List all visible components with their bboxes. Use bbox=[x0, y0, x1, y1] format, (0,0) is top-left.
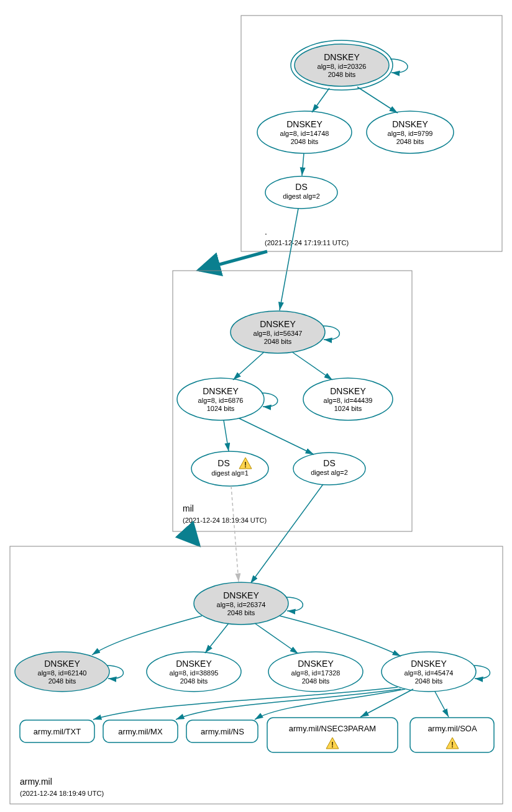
svg-text:army.mil/TXT: army.mil/TXT bbox=[34, 727, 81, 736]
svg-text:DNSKEY: DNSKEY bbox=[260, 319, 296, 329]
svg-text:DNSKEY: DNSKEY bbox=[324, 52, 360, 62]
root-ds: DS digest alg=2 bbox=[265, 176, 337, 209]
svg-text:2048 bits: 2048 bits bbox=[227, 609, 255, 616]
svg-text:DNSKEY: DNSKEY bbox=[176, 659, 212, 669]
rr-nsec3param: army.mil/NSEC3PARAM bbox=[267, 718, 398, 752]
svg-text:2048 bits: 2048 bits bbox=[48, 677, 76, 685]
rr-mx: army.mil/MX bbox=[103, 720, 178, 742]
svg-text:2048 bits: 2048 bits bbox=[302, 677, 330, 685]
svg-text:alg=8, id=44439: alg=8, id=44439 bbox=[324, 397, 373, 404]
svg-text:alg=8, id=45474: alg=8, id=45474 bbox=[405, 669, 454, 677]
svg-text:2048 bits: 2048 bits bbox=[180, 677, 208, 685]
zone-army-label: army.mil bbox=[20, 777, 52, 787]
zone-army-time: (2021-12-24 18:19:49 UTC) bbox=[20, 790, 104, 797]
rr-txt: army.mil/TXT bbox=[20, 720, 94, 742]
svg-text:army.mil/SOA: army.mil/SOA bbox=[427, 724, 477, 733]
army-ksk: DNSKEY alg=8, id=26374 2048 bits bbox=[194, 582, 288, 625]
svg-text:army.mil/MX: army.mil/MX bbox=[118, 727, 163, 736]
ds-root-to-mil-ksk bbox=[280, 209, 298, 310]
root-zsk1: DNSKEY alg=8, id=14748 2048 bits bbox=[257, 111, 352, 153]
rr-ns: army.mil/NS bbox=[186, 720, 258, 742]
zone-mil-label: mil bbox=[183, 503, 194, 513]
svg-text:2048 bits: 2048 bits bbox=[291, 138, 319, 145]
zone-root-label: . bbox=[265, 227, 267, 237]
svg-text:DS: DS bbox=[323, 458, 335, 468]
root-zsk2: DNSKEY alg=8, id=9799 2048 bits bbox=[367, 111, 454, 153]
svg-text:alg=8, id=6876: alg=8, id=6876 bbox=[198, 397, 244, 404]
mil-zsk1: DNSKEY alg=8, id=6876 1024 bits bbox=[177, 378, 264, 420]
zone-root-time: (2021-12-24 17:19:11 UTC) bbox=[265, 239, 349, 246]
svg-text:alg=8, id=9799: alg=8, id=9799 bbox=[388, 130, 433, 137]
svg-text:DNSKEY: DNSKEY bbox=[223, 590, 259, 600]
svg-text:1024 bits: 1024 bits bbox=[334, 405, 362, 412]
svg-text:alg=8, id=26374: alg=8, id=26374 bbox=[217, 601, 266, 608]
svg-text:army.mil/NS: army.mil/NS bbox=[201, 727, 244, 736]
svg-text:2048 bits: 2048 bits bbox=[415, 677, 443, 685]
zone-mil-time: (2021-12-24 18:19:34 UTC) bbox=[183, 517, 267, 524]
ds1-mil-to-army-ksk bbox=[231, 486, 239, 582]
dnssec-diagram: ! . (2021-12-24 17:19:11 UTC) DNSKEY alg… bbox=[0, 0, 512, 812]
svg-text:DNSKEY: DNSKEY bbox=[286, 119, 322, 129]
svg-text:DNSKEY: DNSKEY bbox=[392, 119, 428, 129]
svg-text:digest alg=2: digest alg=2 bbox=[311, 469, 348, 476]
svg-text:2048 bits: 2048 bits bbox=[396, 138, 424, 145]
mil-ds2: DS digest alg=2 bbox=[293, 453, 365, 485]
svg-text:DNSKEY: DNSKEY bbox=[44, 659, 80, 669]
mil-zsk2: DNSKEY alg=8, id=44439 1024 bits bbox=[303, 378, 393, 420]
svg-text:1024 bits: 1024 bits bbox=[207, 405, 235, 412]
deleg-root-to-mil bbox=[199, 251, 267, 270]
mil-ksk: DNSKEY alg=8, id=56347 2048 bits bbox=[231, 311, 325, 353]
ds2-mil-to-army-ksk bbox=[250, 484, 323, 584]
svg-text:DNSKEY: DNSKEY bbox=[203, 386, 239, 396]
army-k3: DNSKEY alg=8, id=17328 2048 bits bbox=[268, 652, 363, 692]
svg-text:DS: DS bbox=[217, 458, 229, 468]
root-ksk: DNSKEY alg=8, id=20326 2048 bits bbox=[291, 40, 393, 90]
svg-text:DNSKEY: DNSKEY bbox=[298, 659, 334, 669]
svg-text:army.mil/NSEC3PARAM: army.mil/NSEC3PARAM bbox=[289, 724, 376, 733]
svg-text:DNSKEY: DNSKEY bbox=[411, 659, 447, 669]
svg-text:alg=8, id=14748: alg=8, id=14748 bbox=[280, 130, 329, 137]
svg-text:alg=8, id=38895: alg=8, id=38895 bbox=[170, 669, 219, 677]
svg-text:alg=8, id=56347: alg=8, id=56347 bbox=[254, 330, 303, 337]
zone-army: army.mil (2021-12-24 18:19:49 UTC) DNSKE… bbox=[10, 546, 503, 804]
deleg-mil-to-army bbox=[186, 531, 199, 545]
army-k2: DNSKEY alg=8, id=38895 2048 bits bbox=[147, 652, 241, 692]
army-k4: DNSKEY alg=8, id=45474 2048 bits bbox=[382, 652, 476, 692]
svg-text:2048 bits: 2048 bits bbox=[264, 338, 292, 345]
svg-text:2048 bits: 2048 bits bbox=[328, 71, 356, 78]
svg-text:digest alg=2: digest alg=2 bbox=[283, 192, 320, 200]
svg-text:DNSKEY: DNSKEY bbox=[330, 386, 366, 396]
mil-ds1: DS digest alg=1 bbox=[191, 451, 268, 486]
rr-soa: army.mil/SOA bbox=[410, 718, 494, 752]
svg-point-31 bbox=[191, 451, 268, 486]
svg-text:DS: DS bbox=[295, 182, 307, 192]
svg-text:alg=8, id=17328: alg=8, id=17328 bbox=[291, 669, 341, 677]
svg-text:alg=8, id=20326: alg=8, id=20326 bbox=[318, 63, 367, 70]
army-k1: DNSKEY alg=8, id=62140 2048 bits bbox=[15, 652, 109, 692]
svg-text:digest alg=1: digest alg=1 bbox=[211, 469, 249, 477]
zone-root: . (2021-12-24 17:19:11 UTC) DNSKEY alg=8… bbox=[241, 16, 502, 251]
zone-mil: mil (2021-12-24 18:19:34 UTC) DNSKEY alg… bbox=[173, 271, 412, 531]
svg-text:alg=8, id=62140: alg=8, id=62140 bbox=[38, 669, 87, 677]
